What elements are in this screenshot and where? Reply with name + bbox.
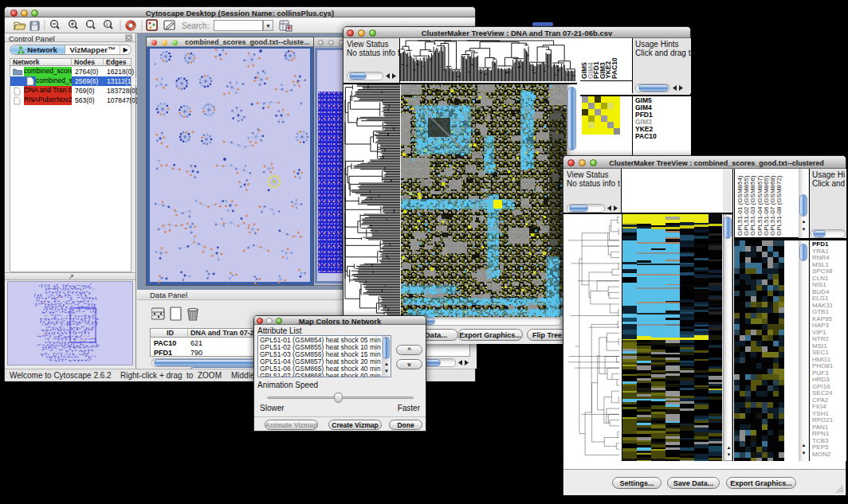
svg-text:1:1: 1:1 — [106, 21, 112, 26]
svg-text:PAC10: PAC10 — [610, 57, 618, 79]
svg-text:GPL51-08 (GSM872): GPL51-08 (GSM872) — [775, 175, 783, 236]
svg-text:Search:: Search: — [182, 21, 209, 30]
